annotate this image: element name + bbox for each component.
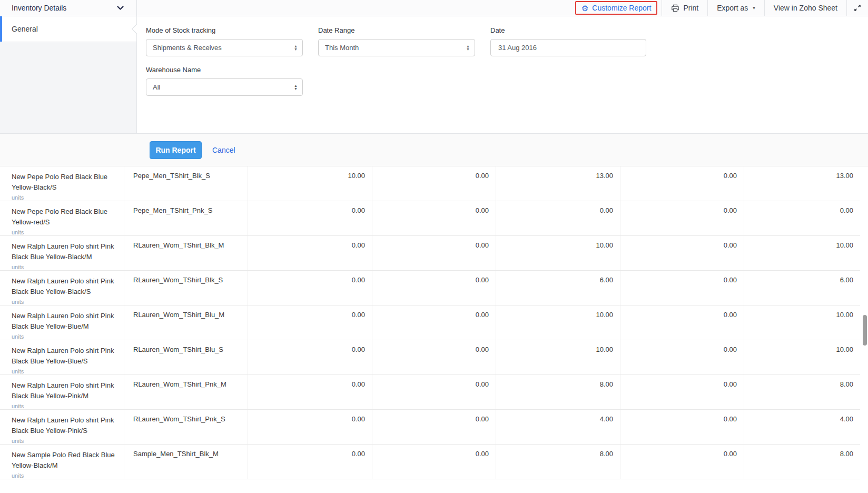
date-label: Date — [490, 26, 646, 34]
caret-down-icon: ▾ — [753, 5, 755, 11]
print-label: Print — [683, 4, 698, 12]
cell-value: 0.00 — [248, 271, 372, 305]
view-in-zoho-sheet-button[interactable]: View in Zoho Sheet — [764, 0, 846, 16]
cell-value: 10.00 — [496, 236, 620, 270]
cancel-link[interactable]: Cancel — [212, 141, 235, 159]
item-name-cell: New Sample Polo Red Black Blue Yellow-Bl… — [0, 445, 124, 479]
cell-value: 0.00 — [620, 375, 744, 409]
item-name: New Ralph Lauren Polo shirt Pink Black B… — [12, 415, 120, 436]
topbar: Inventory Details ⚙ Customize Report Pri… — [0, 0, 868, 16]
export-as-button[interactable]: Export as ▾ — [707, 0, 764, 16]
cell-value: 0.00 — [372, 236, 496, 270]
cell-value: 8.00 — [496, 375, 620, 409]
cell-value: 0.00 — [620, 166, 744, 201]
item-unit-label: units — [12, 472, 117, 479]
report-selector-label: Inventory Details — [12, 4, 66, 12]
cell-value: 0.00 — [248, 305, 372, 340]
item-sku: RLauren_Wom_TShirt_Blu_M — [124, 305, 248, 340]
warehouse-select[interactable]: All ▲▼ — [146, 78, 303, 96]
cell-value: 0.00 — [248, 236, 372, 270]
cell-value: 4.00 — [496, 410, 620, 444]
cell-value: 10.00 — [496, 305, 620, 340]
item-name: New Pepe Polo Red Black Blue Yellow-Blac… — [12, 172, 120, 193]
printer-icon — [671, 4, 679, 12]
cell-value: 0.00 — [620, 271, 744, 305]
date-range-select[interactable]: This Month ▲▼ — [318, 39, 475, 56]
cell-value: 0.00 — [372, 305, 496, 340]
active-tab-indicator — [0, 16, 2, 42]
item-sku: RLauren_Wom_TShirt_Pnk_M — [124, 375, 248, 409]
chevron-down-icon — [117, 6, 124, 11]
topbar-actions: ⚙ Customize Report Print Export as ▾ Vie… — [571, 0, 868, 16]
cell-value: 6.00 — [496, 271, 620, 305]
cell-value: 0.00 — [620, 340, 744, 374]
cell-value: 0.00 — [372, 375, 496, 409]
warehouse-value: All — [153, 83, 160, 91]
item-unit-label: units — [12, 438, 117, 444]
cell-value: 0.00 — [248, 375, 372, 409]
item-sku: Sample_Men_TShirt_Blk_M — [124, 445, 248, 479]
cell-value: 10.00 — [744, 305, 860, 340]
item-name: New Ralph Lauren Polo shirt Pink Black B… — [12, 276, 120, 297]
date-range-label: Date Range — [318, 26, 475, 34]
item-sku: RLauren_Wom_TShirt_Pnk_S — [124, 410, 248, 444]
item-sku: RLauren_Wom_TShirt_Blu_S — [124, 340, 248, 374]
item-unit-label: units — [12, 333, 117, 340]
item-name-cell: New Ralph Lauren Polo shirt Pink Black B… — [0, 271, 124, 305]
sidebar-item-general[interactable]: General — [0, 16, 136, 42]
cell-value: 4.00 — [744, 410, 860, 444]
gear-icon: ⚙ — [581, 4, 588, 12]
cell-value: 0.00 — [248, 445, 372, 479]
cell-value: 0.00 — [372, 201, 496, 235]
report-filter-form: Mode of Stock tracking Shipments & Recei… — [137, 16, 868, 133]
item-name: New Ralph Lauren Polo shirt Pink Black B… — [12, 346, 120, 367]
item-name: New Pepe Polo Red Black Blue Yellow-red/… — [12, 206, 120, 228]
view-in-zoho-sheet-label: View in Zoho Sheet — [774, 4, 837, 12]
cell-value: 0.00 — [620, 201, 744, 235]
cell-value: 0.00 — [372, 340, 496, 374]
cell-value: 8.00 — [744, 375, 860, 409]
date-field: Date — [490, 26, 646, 56]
table-row: New Pepe Polo Red Black Blue Yellow-Blac… — [0, 166, 860, 201]
item-name: New Ralph Lauren Polo shirt Pink Black B… — [12, 311, 120, 332]
item-sku: RLauren_Wom_TShirt_Blk_M — [124, 236, 248, 270]
report-selector[interactable]: Inventory Details — [0, 0, 137, 16]
print-button[interactable]: Print — [662, 0, 707, 16]
table-row: New Pepe Polo Red Black Blue Yellow-red/… — [0, 201, 860, 236]
customize-report-label: Customize Report — [592, 4, 651, 12]
date-input[interactable] — [497, 43, 639, 52]
item-name-cell: New Pepe Polo Red Black Blue Yellow-red/… — [0, 201, 124, 235]
cell-value: 0.00 — [372, 271, 496, 305]
cell-value: 0.00 — [744, 201, 860, 235]
cell-value: 0.00 — [372, 166, 496, 201]
cell-value: 0.00 — [620, 445, 744, 479]
warehouse-field: Warehouse Name All ▲▼ — [146, 66, 303, 96]
cell-value: 0.00 — [372, 445, 496, 479]
vertical-scrollbar-thumb[interactable] — [863, 315, 867, 346]
sidebar-item-label: General — [12, 25, 38, 33]
mode-of-stock-select[interactable]: Shipments & Receives ▲▼ — [146, 39, 303, 56]
run-report-button[interactable]: Run Report — [150, 141, 202, 159]
select-stepper-icon: ▲▼ — [294, 84, 298, 91]
cell-value: 8.00 — [744, 445, 860, 479]
expand-icon — [854, 4, 861, 12]
item-unit-label: units — [12, 403, 117, 409]
customize-report-button[interactable]: ⚙ Customize Report — [575, 1, 658, 15]
mode-of-stock-field: Mode of Stock tracking Shipments & Recei… — [146, 26, 303, 56]
item-name: New Sample Polo Red Black Blue Yellow-Bl… — [12, 450, 120, 471]
table-row: New Sample Polo Red Black Blue Yellow-Bl… — [0, 445, 860, 479]
cell-value: 0.00 — [248, 340, 372, 374]
item-unit-label: units — [12, 194, 117, 201]
cell-value: 8.00 — [496, 445, 620, 479]
fullscreen-button[interactable] — [846, 0, 868, 16]
table-row: New Ralph Lauren Polo shirt Pink Black B… — [0, 271, 860, 305]
mode-of-stock-value: Shipments & Receives — [153, 44, 222, 52]
table-row: New Ralph Lauren Polo shirt Pink Black B… — [0, 305, 860, 340]
item-name: New Ralph Lauren Polo shirt Pink Black B… — [12, 241, 120, 262]
cell-value: 13.00 — [744, 166, 860, 201]
date-range-value: This Month — [325, 44, 359, 52]
item-sku: Pepe_Men_TShirt_Blk_S — [124, 166, 248, 201]
select-stepper-icon: ▲▼ — [294, 45, 298, 51]
item-sku: RLauren_Wom_TShirt_Blk_S — [124, 271, 248, 305]
item-unit-label: units — [12, 299, 117, 305]
